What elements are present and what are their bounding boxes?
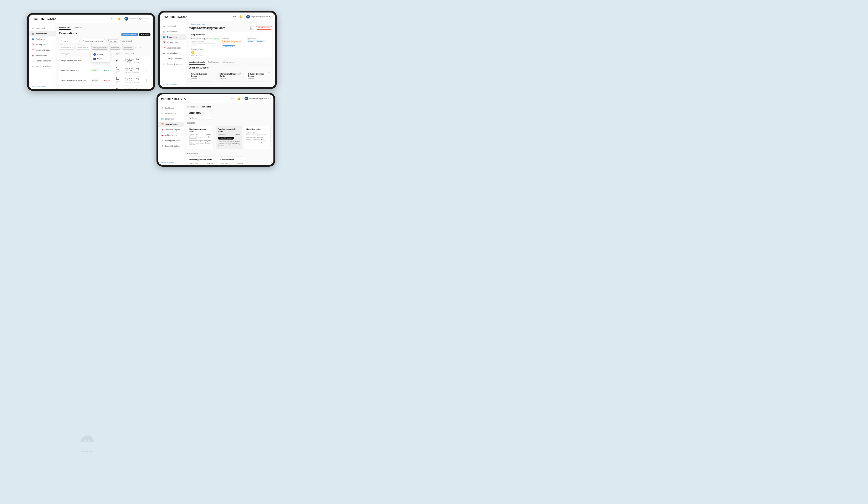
- employees-icon-2: 👥: [163, 36, 165, 38]
- user-pill-1[interactable]: MA magda.nowak@gmail.com ▾: [123, 16, 151, 21]
- import-btn[interactable]: ⬇ Import xls: [139, 33, 151, 36]
- sidebar-item-locations-1[interactable]: 📍 Locations & spots: [29, 47, 55, 53]
- ban-btn[interactable]: Ban: [248, 27, 254, 30]
- presence-dropdown: ✓ Present ✓ Absent: [91, 51, 110, 62]
- tab-templates[interactable]: Templates: [202, 105, 211, 109]
- marketing-select[interactable]: Select... ▾: [191, 43, 216, 47]
- filter-clear-link[interactable]: Clear: [135, 47, 138, 50]
- location-info-icon-3[interactable]: ℹ: [268, 72, 270, 75]
- sidebar-item-vehicles-1[interactable]: 🚗 Vehicle plates: [29, 53, 55, 58]
- sidebar-item-employees-3[interactable]: 👥 Employees: [158, 116, 184, 122]
- sidebar-item-settings-2[interactable]: ⚙ Support & settings: [160, 61, 186, 67]
- see-guide-1[interactable]: See the guide again »: [32, 85, 46, 87]
- sidebar-item-settings-3[interactable]: ⚙ Support & settings: [158, 143, 184, 149]
- sidebar-item-dashboard-1[interactable]: ⊞ Dashboard: [29, 26, 55, 31]
- search-icon-3: 🔍: [189, 117, 191, 119]
- tablet-employee: P|A|R|K|I|Z|J|A EN 🔔 MA magda.nowak@gmai…: [158, 11, 277, 89]
- search-field-1[interactable]: 🔍: [59, 39, 80, 43]
- language-btn-2[interactable]: EN: [232, 15, 237, 18]
- see-guide-2[interactable]: See the guide again »: [163, 84, 177, 85]
- use-template-btn[interactable]: ✓ Use this template: [218, 137, 234, 140]
- user-pill-2[interactable]: MA magda.nowak@gmail.com ▾: [244, 14, 272, 19]
- presence-filter[interactable]: Choose presence ▾: [91, 46, 108, 50]
- notification-icon-2[interactable]: 🔔: [239, 15, 242, 18]
- templates-search[interactable]: 🔍: [187, 116, 212, 120]
- location-filter-label: Location: [59, 44, 74, 46]
- sidebar-label-employees-1: Employees: [35, 38, 45, 40]
- booking-rule-filter[interactable]: Choose rules ▾: [75, 46, 90, 50]
- date-range-1[interactable]: 📅 Sep 6, 2022 - Sep 30, 2022: [81, 39, 105, 43]
- sidebar-item-settings-1[interactable]: ⚙ Support & settings: [29, 63, 55, 69]
- sub-tab-booking-rules[interactable]: Booking rules: [208, 60, 219, 64]
- sidebar-item-violations-3[interactable]: ⚠ Manage violations: [158, 138, 184, 143]
- remove-plate-btn[interactable]: Remove: [236, 41, 241, 42]
- sidebar-item-locations-2[interactable]: 📍 Locations & spots: [160, 45, 186, 51]
- location-filter[interactable]: Choose location ▾: [59, 46, 74, 50]
- notification-icon-1[interactable]: 🔔: [117, 17, 121, 20]
- logo-1: P|A|R|K|I|Z|J|A: [32, 17, 56, 20]
- tab-reservations[interactable]: Reservations: [59, 26, 71, 30]
- sidebar-item-booking-3[interactable]: 📅 Booking rules: [158, 122, 184, 127]
- sidebar-1: ⊞ Dashboard ▤ Reservations 👥 Employees 📅…: [29, 23, 56, 89]
- template-row: Method of parking spot selection Randoml…: [189, 142, 211, 145]
- status-filter[interactable]: 3 selected ▾: [109, 46, 121, 50]
- presence-present-item[interactable]: ✓ Present: [91, 52, 110, 57]
- row-action-dots[interactable]: ⋮: [145, 59, 148, 62]
- absent-checkbox: ✓: [93, 58, 96, 60]
- more-filters-btn[interactable]: ⚙ More filters: [106, 39, 119, 43]
- sidebar-item-reservations-2[interactable]: ▤ Reservations: [160, 29, 186, 34]
- breadcrumb-2[interactable]: ← Back to employees: [189, 23, 272, 25]
- sub-tab-locations[interactable]: Locations & spots: [189, 60, 205, 64]
- sidebar-label-settings-2: Support & settings: [167, 63, 182, 65]
- tab-queue[interactable]: Queue list: [74, 26, 82, 30]
- templates-search-input[interactable]: [192, 117, 210, 119]
- sidebar-item-booking-1[interactable]: 📅 Booking rules: [29, 42, 55, 47]
- create-reservation-btn[interactable]: + Create reservation: [121, 33, 138, 36]
- locations-icon-2: 📍: [163, 47, 165, 49]
- sidebar-item-employees-1[interactable]: 👥 Employees: [29, 37, 55, 42]
- language-btn-1[interactable]: EN: [110, 17, 115, 20]
- sub-tab-activity[interactable]: Activity history: [222, 60, 234, 64]
- template-card-flexible-2: Random generated spots Type of rules Fle…: [216, 126, 242, 149]
- booking-icon-2: 📅: [163, 41, 165, 44]
- sidebar-item-employees-2[interactable]: 👥 Employees: [160, 34, 186, 40]
- sidebar-label-booking-1: Booking rules: [35, 43, 47, 46]
- present-checkbox: ✓: [93, 53, 96, 56]
- sidebar-label-settings-3: Support & settings: [165, 145, 180, 147]
- sidebar-item-violations-1[interactable]: ⚠ Manage violations: [29, 58, 55, 63]
- top-bar-right-1: EN 🔔 MA magda.nowak@gmail.com ▾: [110, 16, 151, 21]
- locations-section-title: Locations & spots: [189, 67, 272, 69]
- sidebar-item-dashboard-3[interactable]: ⊞ Dashboard: [158, 105, 184, 111]
- sidebar-item-vehicles-2[interactable]: 🚗 Vehicle plates: [160, 51, 186, 56]
- status-cell: Started: [89, 85, 101, 89]
- sub-tabs-2: Locations & spots Booking rules Activity…: [189, 60, 272, 65]
- notification-icon-3[interactable]: 🔔: [237, 97, 240, 100]
- user-pill-3[interactable]: MA magda.nowak@gmail.com ▾: [242, 96, 270, 101]
- sidebar-label-vehicles-1: Vehicle plates: [35, 54, 47, 57]
- sidebar-item-booking-2[interactable]: 📅 Booking rules: [160, 40, 186, 45]
- delete-employee-btn[interactable]: ⊘ Delete employee: [256, 26, 272, 30]
- row-action-dots[interactable]: ⋮: [145, 69, 148, 72]
- presence-absent-item[interactable]: ✓ Absent: [91, 57, 110, 61]
- filter-close-link[interactable]: Close: [140, 47, 143, 50]
- clear-filters-btn[interactable]: × Clear all filters: [120, 40, 131, 42]
- sidebar-item-dashboard-2[interactable]: ⊞ Dashboard: [160, 23, 186, 29]
- sidebar-3: ⊞ Dashboard ▤ Reservations 👥 Employees 📅…: [158, 103, 184, 165]
- add-plate-btn[interactable]: + Add car plates: [222, 46, 236, 48]
- see-guide-3[interactable]: See the guide again »: [161, 161, 175, 163]
- sidebar-item-reservations-3[interactable]: ▤ Reservations: [158, 111, 184, 116]
- sidebar-item-reservations-1[interactable]: ▤ Reservations: [29, 31, 55, 37]
- dates-cell: Sep 6, 2022 – Sep 14, 2022 00:00 pm – 00…: [123, 65, 143, 75]
- sidebar-item-locations-3[interactable]: 📍 Locations & spots: [158, 127, 184, 132]
- action-cell: ⋮: [143, 85, 151, 89]
- language-btn-3[interactable]: EN: [230, 97, 235, 100]
- sidebar-item-violations-2[interactable]: ⚠ Manage violations: [160, 56, 186, 61]
- svg-point-5: [89, 441, 90, 442]
- search-input-field-1[interactable]: [63, 40, 78, 42]
- location-info-icon-2[interactable]: ℹ: [239, 72, 242, 75]
- tab-booking-rules[interactable]: Booking rules: [187, 105, 198, 109]
- reservations-icon-2: ▤: [163, 30, 165, 33]
- term-filter[interactable]: 2 selected ▾: [122, 46, 134, 50]
- sidebar-item-vehicles-3[interactable]: 🚗 Vehicle plates: [158, 132, 184, 138]
- row-action-dots[interactable]: ⋮: [145, 79, 148, 82]
